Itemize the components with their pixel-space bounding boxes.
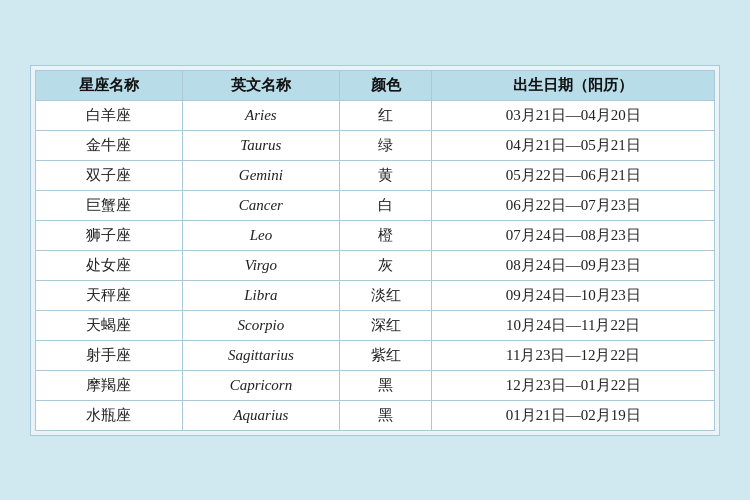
- header-dates: 出生日期（阳历）: [432, 70, 715, 100]
- cell-chinese-name: 双子座: [36, 160, 183, 190]
- table-row: 狮子座Leo橙07月24日—08月23日: [36, 220, 715, 250]
- cell-dates: 04月21日—05月21日: [432, 130, 715, 160]
- table-row: 双子座Gemini黄05月22日—06月21日: [36, 160, 715, 190]
- table-row: 处女座Virgo灰08月24日—09月23日: [36, 250, 715, 280]
- cell-chinese-name: 水瓶座: [36, 400, 183, 430]
- table-body: 白羊座Aries红03月21日—04月20日金牛座Taurus绿04月21日—0…: [36, 100, 715, 430]
- cell-english-name: Scorpio: [182, 310, 339, 340]
- cell-english-name: Cancer: [182, 190, 339, 220]
- zodiac-table: 星座名称 英文名称 颜色 出生日期（阳历） 白羊座Aries红03月21日—04…: [35, 70, 715, 431]
- table-row: 巨蟹座Cancer白06月22日—07月23日: [36, 190, 715, 220]
- table-row: 金牛座Taurus绿04月21日—05月21日: [36, 130, 715, 160]
- cell-color: 黑: [340, 400, 432, 430]
- table-header-row: 星座名称 英文名称 颜色 出生日期（阳历）: [36, 70, 715, 100]
- table-row: 白羊座Aries红03月21日—04月20日: [36, 100, 715, 130]
- cell-chinese-name: 金牛座: [36, 130, 183, 160]
- cell-color: 深红: [340, 310, 432, 340]
- cell-dates: 01月21日—02月19日: [432, 400, 715, 430]
- cell-chinese-name: 摩羯座: [36, 370, 183, 400]
- cell-chinese-name: 处女座: [36, 250, 183, 280]
- cell-chinese-name: 天蝎座: [36, 310, 183, 340]
- table-row: 天秤座Libra淡红09月24日—10月23日: [36, 280, 715, 310]
- header-english-name: 英文名称: [182, 70, 339, 100]
- cell-english-name: Libra: [182, 280, 339, 310]
- cell-dates: 10月24日—11月22日: [432, 310, 715, 340]
- cell-color: 淡红: [340, 280, 432, 310]
- header-color: 颜色: [340, 70, 432, 100]
- cell-english-name: Aries: [182, 100, 339, 130]
- cell-chinese-name: 狮子座: [36, 220, 183, 250]
- cell-color: 黄: [340, 160, 432, 190]
- cell-chinese-name: 巨蟹座: [36, 190, 183, 220]
- header-chinese-name: 星座名称: [36, 70, 183, 100]
- cell-dates: 05月22日—06月21日: [432, 160, 715, 190]
- cell-color: 绿: [340, 130, 432, 160]
- cell-chinese-name: 射手座: [36, 340, 183, 370]
- cell-dates: 09月24日—10月23日: [432, 280, 715, 310]
- cell-color: 黑: [340, 370, 432, 400]
- table-row: 天蝎座Scorpio深红10月24日—11月22日: [36, 310, 715, 340]
- cell-dates: 11月23日—12月22日: [432, 340, 715, 370]
- cell-english-name: Gemini: [182, 160, 339, 190]
- table-row: 射手座Sagittarius紫红11月23日—12月22日: [36, 340, 715, 370]
- cell-color: 橙: [340, 220, 432, 250]
- cell-color: 红: [340, 100, 432, 130]
- cell-english-name: Taurus: [182, 130, 339, 160]
- zodiac-table-container: 星座名称 英文名称 颜色 出生日期（阳历） 白羊座Aries红03月21日—04…: [30, 65, 720, 436]
- table-row: 摩羯座Capricorn黑12月23日—01月22日: [36, 370, 715, 400]
- cell-english-name: Leo: [182, 220, 339, 250]
- cell-color: 灰: [340, 250, 432, 280]
- cell-color: 白: [340, 190, 432, 220]
- cell-chinese-name: 白羊座: [36, 100, 183, 130]
- cell-english-name: Virgo: [182, 250, 339, 280]
- cell-dates: 06月22日—07月23日: [432, 190, 715, 220]
- cell-english-name: Capricorn: [182, 370, 339, 400]
- cell-english-name: Aquarius: [182, 400, 339, 430]
- cell-dates: 12月23日—01月22日: [432, 370, 715, 400]
- cell-dates: 03月21日—04月20日: [432, 100, 715, 130]
- table-row: 水瓶座Aquarius黑01月21日—02月19日: [36, 400, 715, 430]
- cell-english-name: Sagittarius: [182, 340, 339, 370]
- cell-chinese-name: 天秤座: [36, 280, 183, 310]
- cell-color: 紫红: [340, 340, 432, 370]
- cell-dates: 07月24日—08月23日: [432, 220, 715, 250]
- cell-dates: 08月24日—09月23日: [432, 250, 715, 280]
